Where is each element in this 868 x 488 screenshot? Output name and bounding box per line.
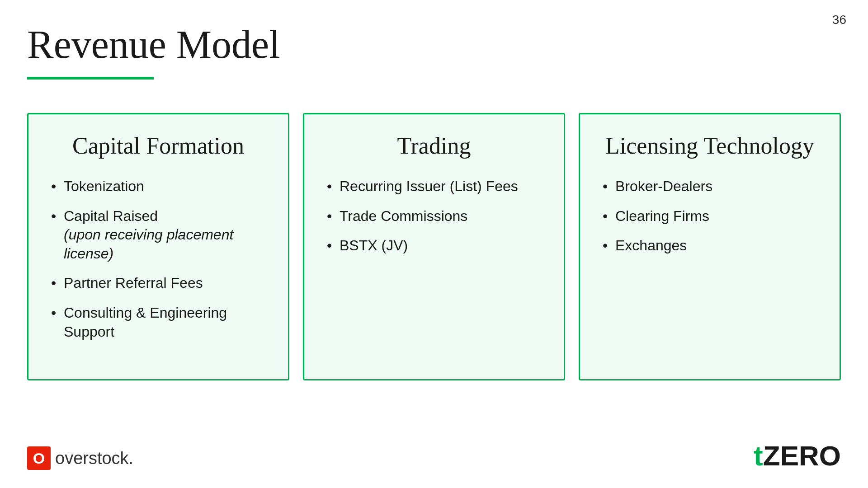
tzero-zero: ZERO (763, 440, 841, 471)
list-item: Clearing Firms (603, 207, 817, 226)
list-item: Consulting & Engineering Support (51, 304, 265, 341)
trading-card: Trading Recurring Issuer (List) Fees Tra… (303, 113, 565, 380)
overstock-text: overstock. (55, 449, 133, 468)
tzero-logo: tZERO (754, 440, 841, 471)
svg-text:O: O (33, 450, 45, 467)
page-number: 36 (832, 13, 846, 27)
licensing-technology-card: Licensing Technology Broker-Dealers Clea… (579, 113, 841, 380)
trading-list: Recurring Issuer (List) Fees Trade Commi… (327, 177, 541, 255)
list-item: BSTX (JV) (327, 236, 541, 255)
list-item: Exchanges (603, 236, 817, 255)
cards-container: Capital Formation Tokenization Capital R… (23, 113, 845, 380)
list-item: Trade Commissions (327, 207, 541, 226)
title-underline (27, 77, 154, 80)
footer-right: tZERO (754, 440, 841, 472)
capital-formation-card: Capital Formation Tokenization Capital R… (27, 113, 289, 380)
list-item: Partner Referral Fees (51, 274, 265, 293)
capital-formation-list: Tokenization Capital Raised(upon receivi… (51, 177, 265, 341)
list-item: Tokenization (51, 177, 265, 196)
trading-title: Trading (327, 132, 541, 159)
tzero-t: t (754, 440, 763, 471)
licensing-technology-title: Licensing Technology (603, 132, 817, 159)
list-item: Capital Raised(upon receiving placement … (51, 207, 265, 263)
capital-formation-title: Capital Formation (51, 132, 265, 159)
overstock-icon: O (27, 446, 51, 470)
overstock-logo: O overstock. (27, 446, 133, 470)
licensing-technology-list: Broker-Dealers Clearing Firms Exchanges (603, 177, 817, 255)
footer-left: O overstock. (27, 446, 133, 470)
list-item: Recurring Issuer (List) Fees (327, 177, 541, 196)
page-title: Revenue Model (27, 22, 280, 67)
list-item: Broker-Dealers (603, 177, 817, 196)
